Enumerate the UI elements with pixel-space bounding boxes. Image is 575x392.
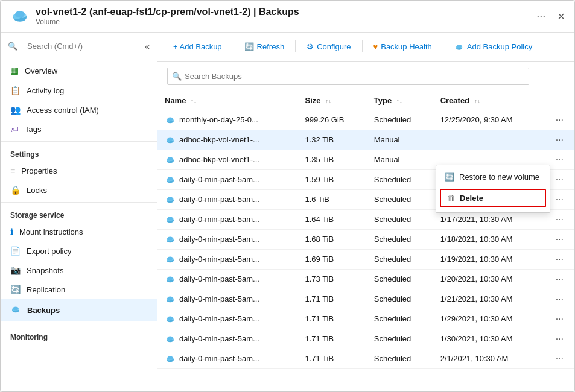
svg-point-59: [168, 336, 173, 340]
row-more-button[interactable]: ···: [552, 312, 567, 325]
cell-name-text: adhoc-bkp-vol-vnet1-...: [179, 155, 259, 164]
row-more-button[interactable]: ···: [552, 292, 567, 305]
row-more-button[interactable]: ···: [552, 233, 567, 245]
backup-health-button[interactable]: ♥ Backup Health: [367, 39, 438, 54]
col-created[interactable]: Created ↑↓: [433, 91, 545, 110]
row-more-button[interactable]: ···: [552, 273, 567, 285]
backups-icon: [10, 304, 21, 317]
delete-menu-item[interactable]: 🗑 Delete: [440, 189, 546, 207]
cell-size: 1.71 TiB: [297, 329, 366, 349]
row-cloud-icon: [165, 254, 176, 265]
cell-size: 1.32 TiB: [297, 130, 366, 150]
cell-name-text: daily-0-min-past-5am...: [179, 274, 259, 283]
add-backup-button[interactable]: + Add Backup: [167, 39, 228, 54]
table-row: daily-0-min-past-5am... 1.68 TiBSchedule…: [157, 229, 574, 249]
storage-service-section-header: Storage service: [1, 202, 157, 222]
row-cloud-icon: [165, 234, 176, 245]
svg-point-23: [168, 157, 173, 160]
nav-item-export-policy[interactable]: 📄 Export policy: [1, 241, 157, 261]
cell-size: 1.59 TiB: [297, 169, 366, 189]
cell-name: daily-0-min-past-5am...: [157, 329, 297, 349]
sidebar-search-bar: 🔍 «: [1, 33, 157, 60]
cell-type: Manual: [367, 150, 433, 169]
more-options-button[interactable]: ···: [536, 10, 545, 23]
row-more-button[interactable]: ···: [552, 352, 567, 365]
nav-label-access-control: Access control (IAM): [27, 106, 99, 115]
nav-item-tags[interactable]: 🏷 Tags: [1, 119, 157, 139]
toolbar-separator-4: [443, 40, 443, 52]
nav-item-properties[interactable]: ≡ Properties: [1, 161, 157, 180]
table-row: daily-0-min-past-5am... 1.71 TiBSchedule…: [157, 289, 574, 309]
row-cloud-icon: [165, 314, 176, 324]
nav-label-export-policy: Export policy: [27, 247, 71, 256]
table-row: daily-0-min-past-5am... 1.73 TiBSchedule…: [157, 269, 574, 289]
cell-name: daily-0-min-past-5am...: [157, 169, 297, 189]
cell-name-text: daily-0-min-past-5am...: [179, 235, 259, 244]
table-search-input[interactable]: [167, 68, 529, 85]
sidebar-search-input[interactable]: [22, 39, 140, 54]
table-row: daily-0-min-past-5am... 1.71 TiBSchedule…: [157, 329, 574, 349]
add-backup-policy-button[interactable]: Add Backup Policy: [448, 39, 538, 55]
svg-point-7: [13, 307, 19, 311]
nav-item-activity-log[interactable]: 📋 Activity log: [1, 81, 157, 100]
settings-section-header: Settings: [1, 141, 157, 161]
context-menu: 🔄 Restore to new volume 🗑 Delete: [436, 165, 550, 213]
nav-item-access-control[interactable]: 👥 Access control (IAM): [1, 100, 157, 119]
sidebar-collapse-button[interactable]: «: [145, 42, 150, 51]
cell-name: monthly-on-day-25-0...: [157, 110, 297, 130]
close-button[interactable]: ×: [558, 10, 565, 24]
row-cloud-icon: [165, 274, 176, 285]
restore-icon: 🔄: [445, 172, 454, 182]
nav-item-replication[interactable]: 🔄 Replication: [1, 280, 157, 299]
toolbar-separator-2: [295, 40, 296, 52]
page-title: vol-vnet1-2 (anf-euap-fst1/cp-prem/vol-v…: [36, 7, 536, 17]
row-cloud-icon: [165, 334, 176, 344]
cell-action: ···: [545, 249, 574, 269]
col-name[interactable]: Name ↑↓: [157, 91, 297, 110]
nav-item-mount-instructions[interactable]: ℹ Mount instructions: [1, 222, 157, 241]
cell-created: [433, 130, 545, 150]
restore-to-new-volume-menu-item[interactable]: 🔄 Restore to new volume: [436, 168, 550, 186]
row-more-button[interactable]: ···: [552, 173, 567, 186]
nav-label-properties: Properties: [21, 166, 57, 175]
refresh-button[interactable]: 🔄 Refresh: [238, 39, 291, 54]
search-row-wrap: 🔍: [167, 68, 529, 85]
toolbar: + Add Backup 🔄 Refresh ⚙ Configure ♥ Bac…: [157, 33, 574, 62]
cell-type: Scheduled: [367, 209, 433, 229]
access-control-icon: 👥: [10, 105, 21, 115]
cell-size: 1.71 TiB: [297, 349, 366, 368]
configure-icon: ⚙: [307, 42, 314, 51]
sidebar-search-icon: 🔍: [8, 42, 17, 51]
row-more-button[interactable]: ···: [552, 332, 567, 345]
restore-label: Restore to new volume: [459, 172, 539, 182]
col-type[interactable]: Type ↑↓: [367, 91, 433, 110]
row-more-button[interactable]: ···: [552, 193, 567, 206]
nav-item-overview[interactable]: ▦ Overview: [1, 60, 157, 81]
svg-point-51: [168, 296, 173, 300]
monitoring-section-header: Monitoring: [1, 324, 157, 344]
row-more-button[interactable]: ···: [552, 253, 567, 265]
row-cloud-icon: [165, 174, 176, 185]
nav-label-overview: Overview: [25, 66, 57, 75]
nav-item-snapshots[interactable]: 📷 Snapshots: [1, 261, 157, 280]
cell-created: 2/1/2021, 10:30 AM: [433, 349, 545, 368]
nav-label-backups: Backups: [27, 306, 60, 315]
cell-name-text: daily-0-min-past-5am...: [179, 354, 259, 363]
nav-item-backups[interactable]: Backups: [1, 299, 157, 321]
row-more-button[interactable]: ···: [552, 213, 567, 226]
configure-button[interactable]: ⚙ Configure: [300, 39, 357, 54]
svg-point-47: [168, 276, 173, 280]
cell-name: daily-0-min-past-5am...: [157, 229, 297, 249]
row-more-button[interactable]: ···: [552, 133, 567, 146]
svg-point-11: [457, 45, 462, 48]
row-more-button[interactable]: ···: [552, 153, 567, 166]
export-policy-icon: 📄: [10, 246, 21, 256]
row-more-button[interactable]: ···: [552, 113, 567, 126]
cell-name-text: daily-0-min-past-5am...: [179, 254, 259, 264]
cell-created: 12/25/2020, 9:30 AM: [433, 110, 545, 130]
nav-item-locks[interactable]: 🔒 Locks: [1, 180, 157, 200]
backups-table: Name ↑↓ Size ↑↓ Type ↑↓ Created ↑↓ m: [157, 91, 574, 369]
col-size[interactable]: Size ↑↓: [297, 91, 366, 110]
svg-point-55: [168, 316, 173, 320]
page-subtitle: Volume: [36, 17, 536, 26]
